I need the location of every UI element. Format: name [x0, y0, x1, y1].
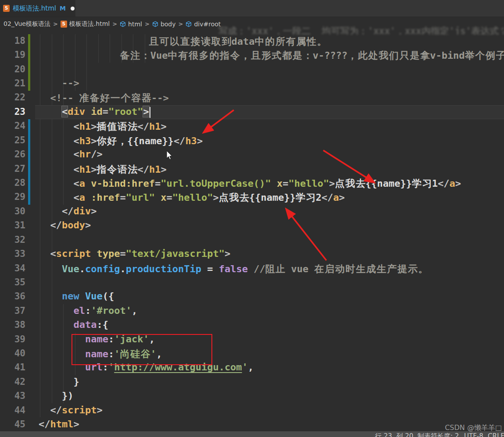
line-number-45: 45 — [0, 419, 25, 430]
code-line-29[interactable]: <a :href="url" x="hello">点我去{{name}}学习2<… — [39, 191, 345, 204]
code-line-45[interactable]: </html> — [39, 419, 79, 430]
line-number-27: 27 — [0, 163, 25, 174]
breadcrumb-separator: > — [179, 21, 183, 27]
line-number-26: 26 — [0, 149, 25, 160]
breadcrumb-item-body[interactable]: body — [152, 21, 176, 28]
tab-bar: 5 模板语法.html M — [0, 0, 504, 17]
line-number-33: 33 — [0, 249, 25, 259]
status-cursor-position[interactable]: 行 23, 列 20 — [375, 432, 413, 437]
code-line-25[interactable]: <h3>你好，{{name}}</h3> — [39, 135, 203, 148]
symbol-cube-icon — [152, 21, 158, 27]
line-number-31: 31 — [0, 220, 25, 231]
code-line-19[interactable]: 备注：Vue中有很多的指令，且形式都是：v-????，此处我们只是拿v-bind… — [39, 49, 504, 62]
vscode-window: 5 模板语法.html M 02_Vue模板语法>5模板语法.html>html… — [0, 0, 504, 437]
code-line-27[interactable]: <h1>指令语法</h1> — [39, 163, 167, 176]
code-line-38[interactable]: data:{ — [39, 319, 108, 330]
code-line-30[interactable]: </div> — [39, 206, 97, 217]
line-number-18: 18 — [0, 36, 25, 46]
code-line-33[interactable]: <script type="text/javascript"> — [39, 248, 230, 259]
breadcrumb-item-02_Vue[interactable]: 02_Vue模板语法 — [4, 20, 50, 28]
line-number-19: 19 — [0, 50, 25, 60]
symbol-cube-icon — [186, 21, 192, 27]
code-line-44[interactable]: </script> — [39, 405, 103, 416]
symbol-cube-icon — [120, 21, 126, 27]
status-tab-size[interactable]: 制表符长度: 2 — [418, 432, 459, 437]
code-line-34[interactable]: Vue.config.productionTip = false //阻止 vu… — [39, 263, 428, 276]
status-bar: 行 23, 列 20 制表符长度: 2 UTF-8 CRLF — [0, 431, 504, 437]
tab-modified-badge: M — [60, 5, 66, 12]
code-line-36[interactable]: new Vue({ — [39, 291, 114, 302]
annotation-box — [71, 334, 212, 365]
status-encoding[interactable]: UTF-8 — [464, 432, 483, 437]
line-number-25: 25 — [0, 135, 25, 146]
line-number-41: 41 — [0, 362, 25, 373]
line-number-37: 37 — [0, 306, 25, 316]
code-line-22[interactable]: <!-- 准备好一个容器--> — [39, 92, 169, 105]
code-line-28[interactable]: <a v-bind:href="url.toUpperCase()" x="he… — [39, 177, 461, 190]
line-number-23: 23 — [0, 107, 25, 117]
line-number-38: 38 — [0, 320, 25, 330]
line-number-24: 24 — [0, 121, 25, 131]
text-cursor — [150, 107, 150, 118]
line-number-30: 30 — [0, 206, 25, 217]
breadcrumb-separator: > — [112, 21, 117, 27]
status-eol[interactable]: CRLF — [488, 432, 504, 437]
code-line-31[interactable]: </body> — [39, 220, 91, 231]
line-number-22: 22 — [0, 92, 25, 103]
breadcrumb-separator: > — [53, 21, 58, 27]
html5-file-icon: 5 — [3, 5, 10, 12]
breadcrumb-item-div#root[interactable]: div#root — [186, 21, 221, 28]
code-line-43[interactable]: }) — [39, 390, 73, 401]
line-number-42: 42 — [0, 377, 25, 387]
tab-filename: 模板语法.html — [13, 4, 56, 13]
line-number-44: 44 — [0, 405, 25, 416]
breadcrumb-item-.html[interactable]: 5模板语法.html — [61, 20, 110, 28]
line-number-32: 32 — [0, 234, 25, 245]
breadcrumb-item-html[interactable]: html — [120, 21, 142, 28]
code-line-42[interactable]: } — [39, 376, 79, 387]
code-line-24[interactable]: <h1>插值语法</h1> — [39, 120, 167, 133]
html5-file-icon: 5 — [61, 21, 67, 28]
code-line-37[interactable]: el:'#root', — [39, 305, 137, 316]
line-number-20: 20 — [0, 64, 25, 75]
breadcrumb-separator: > — [145, 21, 150, 27]
line-number-43: 43 — [0, 391, 25, 401]
code-line-21[interactable]: --> — [39, 78, 79, 89]
ghost-scroll-line: 写成：'xxx'，一段二 均可写为：'xxx'，xxx内指定'js'表达式？ — [218, 25, 504, 35]
line-number-39: 39 — [0, 334, 25, 345]
code-editor[interactable]: 写成：'xxx'，一段二 均可写为：'xxx'，xxx内指定'js'表达式？ 1… — [0, 31, 504, 431]
code-line-18[interactable]: 且可以直接读取到data中的所有属性。 — [39, 35, 327, 48]
tab-active[interactable]: 5 模板语法.html M — [0, 0, 75, 17]
line-number-28: 28 — [0, 178, 25, 188]
line-number-35: 35 — [0, 277, 25, 288]
unsaved-changes-dot[interactable] — [71, 7, 75, 11]
code-line-23[interactable]: <div id="root"> — [39, 106, 149, 117]
line-number-21: 21 — [0, 78, 25, 89]
line-number-40: 40 — [0, 348, 25, 359]
line-number-36: 36 — [0, 291, 25, 302]
line-number-34: 34 — [0, 263, 25, 274]
code-line-26[interactable]: <hr/> — [39, 149, 103, 160]
line-number-29: 29 — [0, 192, 25, 202]
